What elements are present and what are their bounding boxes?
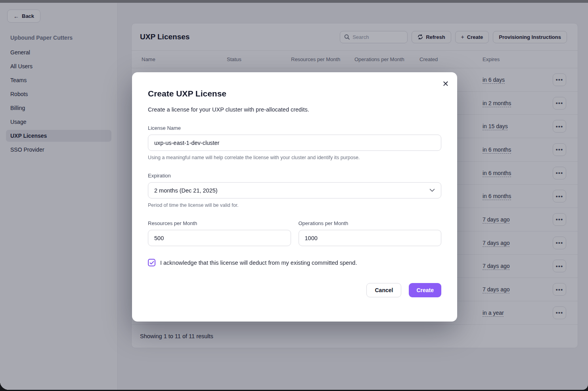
license-name-input[interactable] [148,135,441,151]
expiration-select[interactable]: 2 months (Dec 21, 2025) [148,182,441,198]
modal-create-button[interactable]: Create [409,283,441,297]
chevron-down-icon [429,189,435,192]
expiration-label: Expiration [148,173,441,179]
license-name-help: Using a meaningful name will help correl… [148,155,441,160]
resources-label: Resources per Month [148,220,291,226]
expiration-help: Period of time the license will be valid… [148,202,441,208]
operations-input[interactable] [299,230,442,246]
modal-description: Create a license for your UXP cluster wi… [148,106,441,113]
modal-title: Create UXP License [148,89,441,98]
check-icon [149,261,154,265]
operations-label: Operations per Month [299,220,442,226]
create-uxp-license-modal: ✕ Create UXP License Create a license fo… [132,72,457,322]
license-name-label: License Name [148,125,441,131]
resources-input[interactable] [148,230,291,246]
acknowledge-label: I acknowledge that this license will ded… [160,260,357,266]
close-icon[interactable]: ✕ [441,79,451,89]
expiration-value: 2 months (Dec 21, 2025) [154,187,218,194]
acknowledge-checkbox[interactable] [148,259,155,266]
cancel-button[interactable]: Cancel [366,283,401,297]
